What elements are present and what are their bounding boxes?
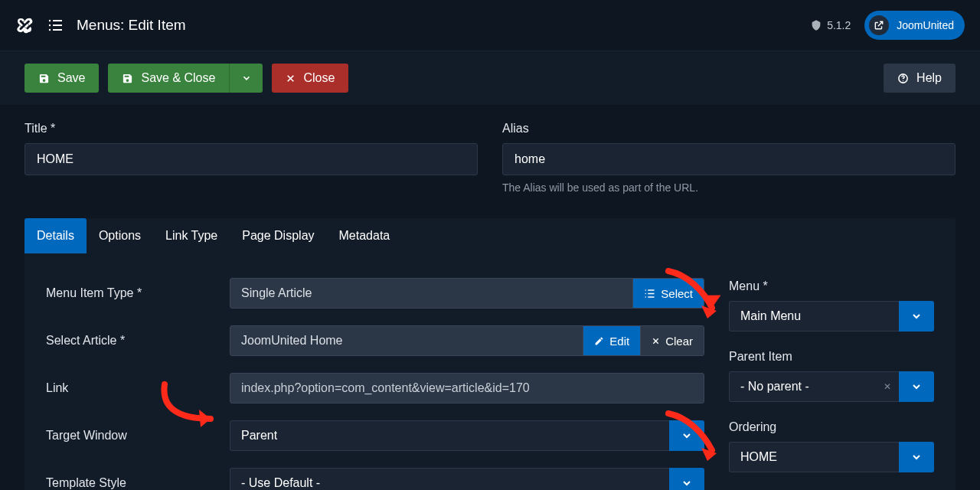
link-value: index.php?option=com_content&view=articl… — [230, 374, 704, 403]
site-name: JoomUnited — [897, 19, 954, 31]
close-icon — [652, 337, 660, 345]
tab-metadata[interactable]: Metadata — [327, 218, 403, 253]
ordering-toggle[interactable] — [899, 442, 934, 472]
version-text: 5.1.2 — [827, 19, 851, 31]
svg-point-10 — [645, 289, 647, 291]
svg-point-12 — [645, 292, 647, 294]
chevron-down-icon — [681, 430, 693, 442]
chevron-down-icon — [241, 73, 252, 83]
svg-point-14 — [645, 296, 647, 298]
svg-point-2 — [49, 24, 51, 26]
menu-toggle[interactable] — [899, 301, 934, 332]
edit-icon — [594, 336, 604, 346]
alias-input[interactable] — [502, 143, 956, 175]
target-window-label: Target Window — [46, 429, 230, 443]
close-icon — [286, 74, 296, 83]
svg-point-4 — [49, 29, 51, 31]
template-style-toggle[interactable] — [669, 468, 704, 490]
select-article-label: Select Article * — [46, 334, 230, 348]
menu-icon[interactable] — [47, 18, 63, 33]
target-window-select[interactable]: Parent — [230, 420, 669, 451]
edit-article-button[interactable]: Edit — [583, 326, 640, 355]
save-close-button[interactable]: Save & Close — [108, 64, 229, 93]
menu-item-type-value: Single Article — [230, 279, 632, 308]
template-style-label: Template Style — [46, 476, 230, 490]
save-icon — [38, 73, 50, 84]
svg-point-9 — [903, 80, 903, 81]
site-link[interactable]: JoomUnited — [864, 11, 965, 40]
ordering-select[interactable]: HOME — [729, 442, 899, 472]
save-close-dropdown[interactable] — [229, 64, 263, 93]
select-article-value: JoomUnited Home — [230, 326, 583, 355]
joomla-logo-icon — [15, 16, 34, 34]
save-icon — [122, 73, 133, 84]
menu-label: Menu * — [729, 279, 934, 293]
chevron-down-icon — [910, 310, 923, 322]
help-icon — [897, 73, 909, 84]
chevron-down-icon — [910, 451, 923, 463]
clear-article-button[interactable]: Clear — [640, 326, 704, 355]
tab-page-display[interactable]: Page Display — [230, 218, 326, 253]
list-icon — [644, 288, 655, 299]
title-label: Title * — [24, 122, 478, 136]
parent-item-clear[interactable]: ✕ — [876, 371, 899, 402]
topbar: Menus: Edit Item 5.1.2 JoomUnited — [0, 0, 980, 51]
tab-bar: Details Options Link Type Page Display M… — [24, 218, 956, 253]
ordering-label: Ordering — [729, 420, 934, 434]
parent-item-select[interactable]: - No parent - — [729, 371, 876, 402]
parent-item-toggle[interactable] — [899, 371, 934, 402]
menu-select[interactable]: Main Menu — [729, 301, 899, 332]
tab-details[interactable]: Details — [24, 218, 87, 253]
action-toolbar: Save Save & Close Close Help — [0, 51, 980, 105]
parent-item-label: Parent Item — [729, 350, 934, 364]
tab-options[interactable]: Options — [87, 218, 153, 253]
save-button[interactable]: Save — [24, 64, 99, 93]
help-button[interactable]: Help — [884, 64, 956, 93]
tab-link-type[interactable]: Link Type — [153, 218, 230, 253]
link-label: Link — [46, 381, 230, 395]
external-link-icon — [869, 15, 889, 35]
chevron-down-icon — [910, 381, 923, 393]
alias-label: Alias — [502, 122, 956, 136]
save-close-group: Save & Close — [108, 64, 263, 93]
target-window-toggle[interactable] — [669, 420, 704, 451]
title-input[interactable] — [24, 143, 478, 175]
version-indicator[interactable]: 5.1.2 — [810, 19, 851, 31]
menu-item-type-label: Menu Item Type * — [46, 286, 230, 300]
alias-hint: The Alias will be used as part of the UR… — [502, 181, 956, 194]
template-style-select[interactable]: - Use Default - — [230, 468, 669, 490]
close-button[interactable]: Close — [272, 64, 348, 93]
page-title: Menus: Edit Item — [77, 17, 186, 34]
chevron-down-icon — [681, 477, 693, 489]
select-type-button[interactable]: Select — [632, 279, 704, 308]
svg-point-0 — [49, 20, 51, 21]
